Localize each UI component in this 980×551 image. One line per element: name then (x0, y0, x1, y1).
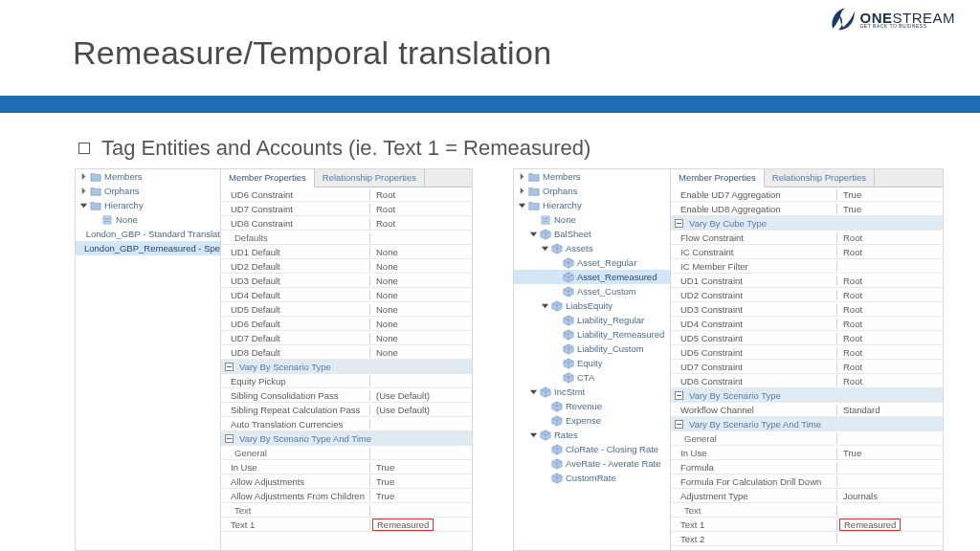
tab-member-properties[interactable]: Member Properties (671, 169, 765, 187)
property-value[interactable]: Root (370, 189, 395, 200)
property-row[interactable]: Text 1Remeasured (221, 518, 472, 532)
property-row[interactable]: Flow ConstraintRoot (671, 231, 943, 245)
tree-node[interactable]: Asset_Remeasured (514, 270, 670, 284)
chevron-down-icon[interactable] (518, 201, 526, 209)
property-value[interactable]: True (837, 448, 861, 458)
property-group-header[interactable]: Vary By Scenario Type And Time (671, 417, 943, 431)
chevron-right-icon[interactable] (518, 187, 526, 195)
property-value[interactable]: Journals (837, 491, 878, 501)
tree-node[interactable]: Orphans (76, 184, 220, 198)
property-group-header[interactable]: Vary By Cube Type (671, 216, 943, 231)
property-row[interactable]: UD3 DefaultNone (221, 274, 472, 288)
property-row[interactable]: IC Member Filter (671, 259, 943, 274)
property-grid-left[interactable]: UD6 ConstraintRootUD7 ConstraintRootUD8 … (221, 187, 472, 550)
property-value[interactable]: Standard (837, 405, 880, 415)
chevron-down-icon[interactable] (529, 387, 538, 396)
tree-node[interactable]: AveRate - Averate Rate (514, 456, 670, 471)
tree-node[interactable]: Members (76, 169, 220, 184)
property-subgroup[interactable]: General (221, 446, 472, 460)
property-value[interactable]: True (370, 476, 394, 487)
chevron-down-icon[interactable] (529, 230, 538, 238)
tree-node[interactable]: BalSheet (514, 227, 670, 241)
property-row[interactable]: Formula (671, 460, 943, 474)
property-value[interactable]: Root (837, 276, 862, 286)
property-group-header[interactable]: Vary By Scenario Type (221, 360, 472, 374)
property-row[interactable]: Equity Pickup (221, 374, 472, 388)
tree-node[interactable]: Liability_Remeasured (514, 327, 670, 342)
chevron-down-icon[interactable] (529, 430, 538, 439)
property-value[interactable]: Remeasured (839, 518, 901, 531)
property-row[interactable]: UD1 ConstraintRoot (671, 274, 943, 288)
tree-node[interactable]: London_GBP_Remeasured - Spe (76, 241, 220, 255)
tree-node[interactable]: Revenue (514, 399, 670, 413)
property-row[interactable]: UD8 DefaultNone (221, 345, 472, 360)
property-row[interactable]: Enable UD8 AggregationTrue (671, 202, 943, 216)
tree-node[interactable]: None (76, 212, 220, 227)
tree-node[interactable]: Liability_Regular (514, 313, 670, 327)
tree-node[interactable]: CustomRate (514, 471, 670, 485)
tree-node[interactable]: London_GBP - Standard Translat (76, 227, 220, 241)
property-row[interactable]: UD3 ConstraintRoot (671, 302, 943, 317)
property-row[interactable]: Text 2 (671, 532, 943, 546)
property-row[interactable]: UD5 DefaultNone (221, 302, 472, 317)
property-value[interactable]: None (370, 319, 398, 329)
collapse-icon[interactable] (225, 434, 234, 443)
property-value[interactable]: Root (837, 319, 862, 329)
property-row[interactable]: Enable UD7 AggregationTrue (671, 187, 943, 202)
entity-tree[interactable]: MembersOrphansHierarchyNoneLondon_GBP - … (75, 168, 220, 551)
tree-node[interactable]: Members (514, 169, 670, 184)
property-row[interactable]: UD5 ConstraintRoot (671, 331, 943, 345)
tree-node[interactable]: None (514, 212, 670, 227)
collapse-icon[interactable] (675, 391, 683, 400)
tree-node[interactable]: Expense (514, 413, 670, 428)
property-row[interactable]: In UseTrue (671, 446, 943, 460)
property-subgroup[interactable]: Text (221, 503, 472, 518)
property-row[interactable]: IC ConstraintRoot (671, 245, 943, 259)
tree-node[interactable]: Rates (514, 428, 670, 442)
property-value[interactable]: None (370, 304, 398, 315)
property-row[interactable]: Sibling Consolidation Pass(Use Default) (221, 388, 472, 403)
property-row[interactable]: UD6 ConstraintRoot (671, 345, 943, 360)
chevron-right-icon[interactable] (518, 172, 526, 181)
property-row[interactable]: Text 1Remeasured (671, 518, 943, 532)
property-row[interactable]: Auto Translation Currencies (221, 417, 472, 431)
collapse-icon[interactable] (225, 363, 234, 371)
property-value[interactable]: None (370, 290, 398, 300)
property-value[interactable]: Root (837, 304, 862, 315)
property-value[interactable]: None (370, 261, 398, 272)
property-row[interactable]: UD7 ConstraintRoot (221, 202, 472, 216)
property-row[interactable]: UD2 DefaultNone (221, 259, 472, 274)
property-value[interactable]: (Use Default) (370, 390, 430, 401)
property-value[interactable]: Root (837, 376, 862, 386)
property-row[interactable]: UD1 DefaultNone (221, 245, 472, 259)
property-value[interactable]: Root (837, 347, 862, 358)
property-value[interactable]: True (370, 462, 394, 473)
tree-node[interactable]: Hierarchy (514, 198, 670, 212)
property-group-header[interactable]: Vary By Scenario Type And Time (221, 431, 472, 446)
tree-node[interactable]: Liability_Custom (514, 342, 670, 356)
property-row[interactable]: UD4 DefaultNone (221, 288, 472, 302)
tree-node[interactable]: CTA (514, 370, 670, 385)
property-row[interactable]: Allow Adjustments From ChildrenTrue (221, 489, 472, 503)
property-row[interactable]: UD8 ConstraintRoot (221, 216, 472, 231)
tree-node[interactable]: Assets (514, 241, 670, 255)
property-value[interactable]: None (370, 333, 398, 343)
property-row[interactable]: UD4 ConstraintRoot (671, 317, 943, 331)
property-value[interactable]: True (837, 204, 861, 214)
tree-node[interactable]: Asset_Custom (514, 284, 670, 298)
property-row[interactable]: Workflow ChannelStandard (671, 403, 943, 417)
account-tree[interactable]: MembersOrphansHierarchyNoneBalSheetAsset… (513, 168, 670, 551)
property-group-header[interactable]: Vary By Scenario Type (671, 388, 943, 403)
property-subgroup[interactable]: Defaults (221, 231, 472, 245)
tree-node[interactable]: Orphans (514, 184, 670, 198)
tree-node[interactable]: IncStmt (514, 385, 670, 399)
property-row[interactable]: Sibling Repeat Calculation Pass(Use Defa… (221, 403, 472, 417)
property-value[interactable]: Root (837, 232, 862, 243)
tab-relationship-properties[interactable]: Relationship Properties (765, 169, 875, 187)
property-row[interactable]: UD7 ConstraintRoot (671, 360, 943, 374)
property-row[interactable]: Formula For Calculation Drill Down (671, 474, 943, 489)
property-value[interactable]: None (370, 247, 398, 257)
tree-node[interactable]: Equity (514, 356, 670, 370)
chevron-down-icon[interactable] (79, 201, 88, 209)
collapse-icon[interactable] (675, 420, 683, 429)
